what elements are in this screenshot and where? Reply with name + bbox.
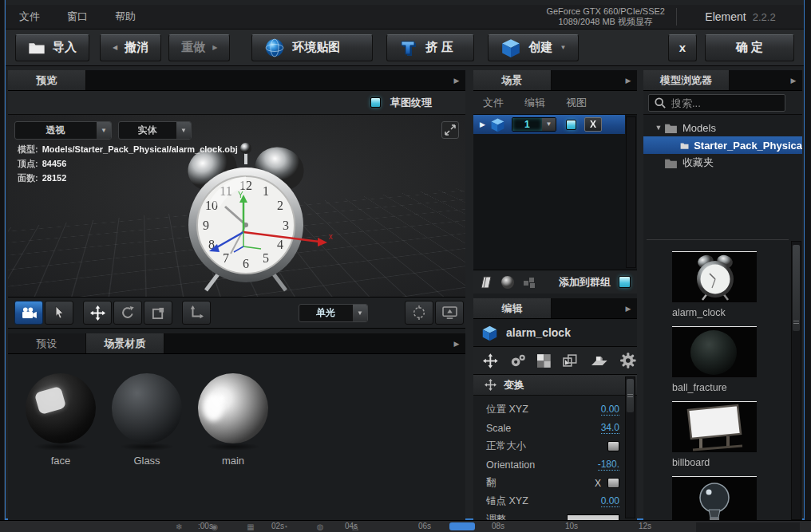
move-tool-button[interactable]: [83, 301, 112, 325]
panel-expander-icon[interactable]: ▶: [619, 298, 637, 318]
chart-icon[interactable]: ▦: [247, 522, 254, 531]
panel-expander-icon[interactable]: ▶: [448, 333, 465, 353]
transform-section-header[interactable]: 变换: [473, 375, 637, 396]
ae-panel-fragment: [696, 522, 800, 532]
scene-menu-edit[interactable]: 编辑: [524, 96, 545, 110]
shading-mode-dropdown[interactable]: 实体▼: [118, 121, 192, 140]
panel-expander-icon[interactable]: ▶: [448, 70, 465, 90]
tab-edit[interactable]: 编辑: [473, 298, 552, 318]
bevel-category-icon[interactable]: [591, 354, 608, 368]
snap-icon[interactable]: ❄: [176, 522, 182, 531]
tree-item-favorites[interactable]: 收藏夹: [643, 154, 802, 171]
create-button[interactable]: 创建 ▼: [488, 34, 579, 61]
tab-preview[interactable]: 预览: [8, 70, 86, 90]
right-arrow-icon: ▶: [212, 44, 217, 51]
globe-icon: [264, 37, 285, 58]
menu-window[interactable]: 窗口: [53, 10, 101, 24]
import-button[interactable]: 导入: [15, 34, 89, 61]
material-item[interactable]: main: [190, 373, 276, 467]
search-input[interactable]: [671, 97, 767, 109]
collapse-triangle-icon[interactable]: ▼: [653, 124, 664, 132]
thumbnails-scrollbar[interactable]: [791, 241, 801, 520]
model-info: 模型:Models/Starter_Pack_Physical/alarm_cl…: [18, 142, 238, 185]
viewport-3d[interactable]: 1212 345 678 91011 Y: [8, 115, 465, 297]
menu-file[interactable]: 文件: [6, 10, 53, 24]
cancel-button[interactable]: x: [668, 34, 697, 61]
light-mode-dropdown[interactable]: 单光▼: [299, 304, 368, 322]
scene-menu-view[interactable]: 视图: [566, 96, 587, 110]
group-visibility-checkbox[interactable]: [566, 120, 576, 130]
plane-primitive-button[interactable]: [480, 275, 496, 290]
scene-menu-file[interactable]: 文件: [483, 96, 504, 110]
duplicate-category-icon[interactable]: [563, 354, 579, 368]
rotate-tool-button[interactable]: [113, 301, 142, 325]
model-item-ball-fracture[interactable]: ball_fracture: [672, 326, 757, 393]
camera-tool-button[interactable]: [14, 301, 43, 325]
environment-map-button[interactable]: 环境贴图: [251, 34, 373, 61]
time-indicator[interactable]: [449, 522, 475, 530]
panel-expander-icon[interactable]: ▶: [619, 70, 637, 90]
normal-size-button[interactable]: [607, 441, 619, 451]
model-item-alarm-clock[interactable]: alarm_clock: [672, 251, 757, 318]
textures-category-icon[interactable]: [537, 354, 551, 368]
draft-texture-checkbox[interactable]: [370, 97, 381, 108]
fracture-primitive-button[interactable]: [523, 276, 537, 289]
material-item[interactable]: face: [18, 373, 104, 467]
redo-button[interactable]: 重做 ▶: [168, 34, 230, 61]
ae-timeline-ruler[interactable]: ❄◉▦◔◍◬ :00s 02s 04s 06s 08s 10s 12s 14s …: [0, 520, 811, 532]
viewport-toolbar: 单光▼: [8, 297, 465, 329]
scale-value[interactable]: 34.0: [601, 422, 619, 434]
tab-model-browser[interactable]: 模型浏览器: [643, 70, 730, 90]
auxiliary-category-icon[interactable]: [510, 353, 526, 368]
brush-icon[interactable]: ◍: [317, 522, 324, 531]
settings-category-icon[interactable]: [619, 352, 637, 369]
menu-help[interactable]: 帮助: [101, 10, 149, 24]
anchor-value[interactable]: 0.00: [601, 495, 619, 507]
element-window: 文件 窗口 帮助 GeForce GTX 660/PCIe/SSE2 1089/…: [5, 0, 805, 520]
material-item[interactable]: Glass: [104, 373, 190, 467]
focus-center-button[interactable]: [405, 301, 433, 325]
extrude-button[interactable]: 挤 压: [386, 34, 474, 61]
left-arrow-icon: ◀: [113, 44, 117, 51]
camera-view-dropdown[interactable]: 透视▼: [14, 121, 112, 140]
transform-category-icon[interactable]: [483, 353, 498, 368]
ae-right-edge: [805, 0, 811, 532]
flip-x-button[interactable]: [607, 478, 619, 488]
tab-scene[interactable]: 场景: [473, 70, 552, 90]
search-box[interactable]: [648, 94, 785, 112]
selected-object-name: alarm_clock: [506, 326, 571, 339]
tab-presets[interactable]: 预设: [8, 333, 86, 353]
maximize-viewport-button[interactable]: [441, 121, 459, 139]
delete-group-button[interactable]: X: [584, 117, 602, 132]
sphere-primitive-button[interactable]: [500, 275, 515, 290]
tab-scene-materials[interactable]: 场景材质: [86, 333, 164, 353]
preview-tabbar: 预览 ▶: [8, 70, 465, 91]
model-item-light-bulb[interactable]: [672, 476, 757, 520]
select-tool-button[interactable]: [45, 301, 73, 325]
main-toolbar: 导入 ◀ 撤消 重做 ▶ 环境贴图: [6, 30, 804, 66]
tree-item-starter-pack[interactable]: Starter_Pack_Physica: [643, 136, 802, 154]
scale-icon: [152, 306, 165, 320]
group-number-dropdown[interactable]: 1 ▼: [512, 117, 556, 132]
transform-gizmo[interactable]: Y x: [200, 188, 335, 276]
ruler-tick: 02s: [271, 522, 284, 530]
orientation-value[interactable]: -180.: [598, 459, 619, 471]
scale-tool-button[interactable]: [144, 301, 172, 325]
properties-scrollbar[interactable]: [625, 376, 635, 518]
position-value[interactable]: 0.00: [601, 404, 619, 416]
axis-icon: [189, 305, 204, 320]
ruler-tick: :00s: [198, 522, 213, 530]
ok-button[interactable]: 确 定: [705, 34, 794, 61]
output-preview-button[interactable]: [435, 301, 464, 325]
scene-scrollbar[interactable]: [626, 116, 636, 268]
tree-item-models[interactable]: ▼ Models: [643, 119, 802, 136]
group-number-value: 1: [512, 118, 542, 131]
add-to-group-button[interactable]: [619, 276, 631, 288]
expand-triangle-icon[interactable]: ▶: [480, 120, 485, 128]
adjust-button[interactable]: [567, 514, 619, 521]
undo-button[interactable]: ◀ 撤消: [100, 34, 161, 61]
axis-tool-button[interactable]: [182, 301, 211, 325]
scene-group-row[interactable]: ▶ 1 ▼ X: [473, 115, 625, 134]
model-item-billboard[interactable]: billboard: [672, 401, 757, 468]
panel-expander-icon[interactable]: ▶: [785, 70, 802, 90]
